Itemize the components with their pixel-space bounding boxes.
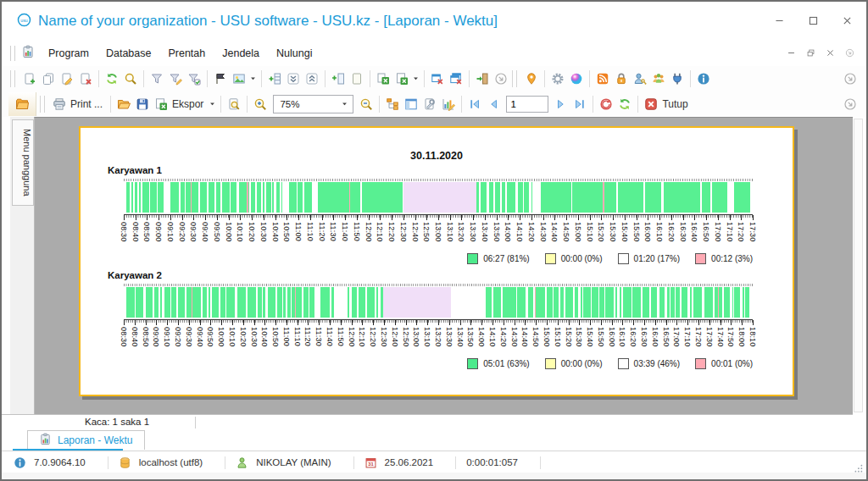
parameters-button[interactable] [402, 95, 420, 113]
preview-button[interactable] [225, 95, 243, 113]
timeline-segment [507, 182, 515, 213]
resize-grip-icon[interactable] [852, 463, 864, 478]
zoom-dropdown-icon[interactable] [340, 99, 349, 110]
mdi-minimize-button[interactable] [787, 46, 796, 61]
user-menu-vertical-tab[interactable]: Menu pangguna [12, 119, 34, 206]
close-report-button[interactable] [642, 95, 660, 113]
page-number-input[interactable] [506, 96, 548, 113]
menu-item-program[interactable]: Program [40, 44, 97, 63]
excel-copy-button[interactable] [374, 69, 392, 88]
axis-tick-label: 15:40 [620, 222, 628, 242]
menu-overflow-icon[interactable] [845, 46, 854, 61]
user-rights-button[interactable] [631, 69, 649, 88]
timeline-segment [572, 182, 603, 213]
close-button[interactable] [836, 12, 858, 29]
flag-button[interactable] [211, 69, 230, 88]
close-all-windows-button[interactable] [447, 69, 465, 88]
image-button[interactable] [230, 69, 248, 88]
settings-button[interactable] [548, 69, 567, 88]
refresh-button[interactable] [103, 69, 121, 88]
users-button[interactable] [649, 69, 668, 88]
print-label[interactable]: Print ... [70, 98, 103, 110]
add-column-button[interactable] [329, 69, 348, 88]
mdi-close-button[interactable] [826, 46, 835, 61]
toolbar-grip[interactable] [40, 96, 45, 113]
excel-export-button[interactable] [392, 69, 411, 88]
toolbar-overflow-icon[interactable] [841, 69, 860, 88]
filter-edit-button[interactable] [166, 69, 185, 88]
zoom-level-select[interactable]: 75% [273, 95, 353, 113]
axis-tick-label: 12:00 [348, 327, 355, 347]
axis-tick-label: 09:00 [152, 327, 159, 347]
legend-label: 01:20 (17%) [634, 254, 680, 263]
last-page-button[interactable] [570, 95, 589, 113]
first-page-button[interactable] [465, 95, 484, 113]
export-dropdown-icon[interactable] [208, 97, 217, 112]
lock-button[interactable] [612, 69, 631, 88]
maximize-button[interactable] [802, 12, 824, 29]
close-report-label[interactable]: Tutup [662, 98, 687, 110]
export-label[interactable]: Ekspor [172, 98, 203, 110]
tab-laporan-wektu[interactable]: Laporan - Wektu [27, 430, 145, 450]
filter-checked-button[interactable] [185, 69, 203, 88]
collapse-all-button[interactable] [284, 69, 303, 88]
menu-item-nulungi[interactable]: Nulungi [268, 44, 320, 63]
duplicate-button[interactable] [39, 69, 58, 88]
plugin-button[interactable] [668, 69, 687, 88]
toolbar-overflow-icon[interactable] [841, 95, 860, 113]
search-button[interactable] [121, 69, 140, 88]
structure-button[interactable] [383, 95, 402, 113]
axis-tick-label: 15:10 [554, 327, 561, 347]
menu-item-jendela[interactable]: Jendela [214, 44, 268, 63]
expand-all-button[interactable] [303, 69, 321, 88]
window-title: Name of your organization - USU software… [38, 13, 498, 30]
excel-dropdown-icon[interactable] [411, 71, 420, 86]
close-window-button[interactable] [428, 69, 447, 88]
axis-tick-label: 18:10 [748, 327, 756, 347]
add-record-button[interactable] [20, 69, 39, 88]
save-button[interactable] [133, 95, 152, 113]
note-button[interactable] [348, 69, 366, 88]
toolbar-grip[interactable] [10, 46, 15, 61]
menu-item-prentah[interactable]: Prentah [159, 44, 214, 63]
open-button[interactable] [114, 95, 133, 113]
axis-tick-label: 09:50 [213, 222, 220, 242]
design-button[interactable] [439, 95, 458, 113]
toolbar-grip[interactable] [10, 70, 15, 87]
edit-page-button[interactable] [420, 95, 439, 113]
print-button[interactable] [50, 95, 69, 113]
legend-swatch [545, 358, 556, 369]
image-dropdown-icon[interactable] [248, 71, 258, 86]
refresh-report-button[interactable] [615, 95, 634, 113]
next-page-button[interactable] [552, 95, 570, 113]
zoom-in-button[interactable] [251, 95, 270, 113]
insert-column-button[interactable] [265, 69, 284, 88]
filter-button[interactable] [147, 69, 166, 88]
mdi-restore-button[interactable] [806, 46, 815, 61]
group-overflow-icon[interactable] [492, 69, 510, 88]
axis-tick-label: 15:00 [542, 327, 550, 347]
minimize-button[interactable] [768, 12, 790, 29]
timeline-segment [283, 287, 286, 318]
toolbar-grip[interactable] [512, 70, 517, 87]
delete-button[interactable] [76, 69, 95, 88]
stop-button[interactable] [597, 95, 615, 113]
location-button[interactable] [522, 69, 541, 88]
vertical-scrollbar[interactable] [854, 119, 863, 412]
edit-button[interactable] [58, 69, 76, 88]
timeline-segment [667, 287, 670, 318]
timeline-segment [320, 287, 331, 318]
export-button[interactable] [152, 95, 170, 113]
about-button[interactable] [694, 69, 713, 88]
user-menu-button[interactable] [8, 92, 36, 116]
axis-tick-label: 16:10 [655, 222, 663, 242]
axis-tick-label: 09:40 [201, 222, 209, 242]
menu-item-database[interactable]: Database [97, 44, 160, 63]
zoom-out-button[interactable] [357, 95, 376, 113]
theme-button[interactable] [567, 69, 586, 88]
axis-tick-label: 16:00 [643, 222, 651, 242]
rss-button[interactable] [593, 69, 612, 88]
prev-page-button[interactable] [484, 95, 503, 113]
exit-button[interactable] [473, 69, 492, 88]
legend-label: 03:39 (46%) [634, 359, 680, 368]
